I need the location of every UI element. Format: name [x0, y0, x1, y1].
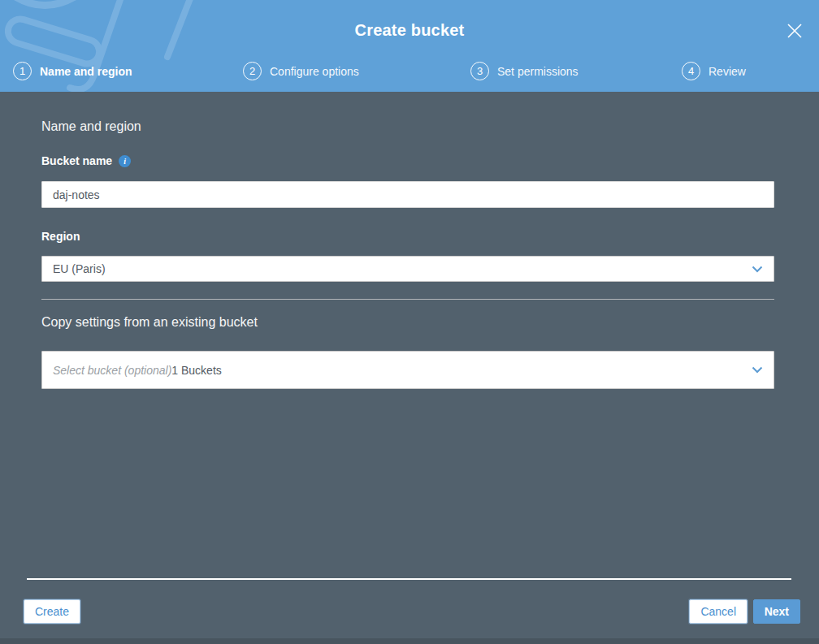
region-label: Region	[41, 230, 80, 243]
step-label: Set permissions	[497, 65, 578, 78]
step-label: Review	[708, 65, 746, 78]
region-select[interactable]: EU (Paris)	[41, 256, 774, 282]
step-set-permissions[interactable]: 3 Set permissions	[470, 62, 578, 80]
step-number-badge: 4	[682, 62, 700, 80]
step-label: Configure options	[270, 65, 359, 78]
step-number-badge: 1	[13, 62, 32, 80]
step-review[interactable]: 4 Review	[682, 62, 746, 80]
dialog-title: Create bucket	[0, 21, 819, 40]
dialog-header: Create bucket 1 Name and region 2 Config…	[0, 0, 819, 92]
page-bottom-edge	[0, 638, 819, 644]
create-bucket-dialog: Create bucket 1 Name and region 2 Config…	[0, 0, 819, 644]
next-button[interactable]: Next	[753, 599, 800, 624]
section-divider	[41, 299, 774, 300]
step-number-badge: 3	[470, 62, 489, 80]
copy-bucket-placeholder: Select bucket (optional)	[53, 364, 171, 377]
cancel-button[interactable]: Cancel	[689, 599, 748, 624]
copy-settings-title: Copy settings from an existing bucket	[41, 315, 258, 330]
step-label: Name and region	[40, 65, 132, 78]
step-configure-options[interactable]: 2 Configure options	[243, 62, 359, 80]
footer-divider	[27, 578, 791, 580]
step-number-badge: 2	[243, 62, 262, 80]
region-selected-value: EU (Paris)	[53, 262, 106, 275]
bucket-name-input[interactable]	[41, 181, 774, 208]
close-icon[interactable]	[783, 19, 806, 42]
create-button[interactable]: Create	[24, 599, 80, 624]
info-icon[interactable]: i	[119, 155, 131, 167]
copy-bucket-select[interactable]: Select bucket (optional) 1 Buckets	[41, 351, 774, 389]
bucket-count: 1 Buckets	[171, 364, 221, 377]
bucket-name-label: Bucket name i	[41, 154, 131, 167]
step-name-and-region[interactable]: 1 Name and region	[13, 62, 132, 80]
chevron-down-icon	[752, 266, 763, 273]
step-indicator-bar: 1 Name and region 2 Configure options 3 …	[0, 53, 819, 92]
section-title: Name and region	[41, 119, 141, 134]
chevron-down-icon	[752, 366, 763, 374]
